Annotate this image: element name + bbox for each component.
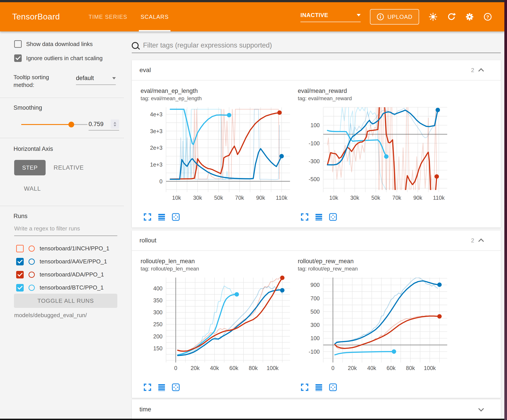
stepper-down-icon[interactable] [113,125,116,126]
chart-tag: tag: eval/mean_ep_length [141,95,295,102]
smoothing-label: Smoothing [14,104,42,111]
fullscreen-icon[interactable] [301,213,309,221]
svg-text:0: 0 [331,365,335,371]
series-line [178,290,282,355]
run-row[interactable]: tensorboard/1INCH/PPO_1 [0,242,124,255]
chart-canvas[interactable]: 10k30k50k70k90k110k01e+32e+33e+34e+3 [137,104,292,210]
run-color-circle[interactable] [28,285,35,291]
tab-time-series[interactable]: TIME SERIES [82,2,134,31]
fit-view-icon[interactable] [329,383,337,391]
svg-text:40k: 40k [367,365,376,371]
series-line [335,352,394,355]
chart-canvas[interactable]: 020k40k60k80k100k-100100300500700900 [295,275,450,380]
upload-button[interactable]: UPLOAD [370,9,419,25]
charts-row: rollout/ep_len_meantag: rollout/ep_len_m… [132,251,501,398]
svg-text:20k: 20k [348,365,357,371]
dropdown-underline [300,22,361,22]
fit-view-icon[interactable] [329,213,337,221]
run-checkbox-checked-icon[interactable] [16,284,24,291]
horizontal-axis-label: Horizontal Axis [14,145,53,152]
section-header-eval[interactable]: eval 2 [132,60,501,81]
fullscreen-icon[interactable] [301,383,309,391]
svg-text:90k: 90k [413,195,422,201]
tag-filter-input[interactable] [143,41,501,49]
svg-text:4e+3: 4e+3 [150,111,162,117]
svg-text:10k: 10k [172,195,181,201]
runs-filter-field [14,225,117,236]
section-header-time[interactable]: time [132,399,501,419]
run-color-circle[interactable] [28,246,35,252]
fullscreen-icon[interactable] [143,383,151,391]
checkbox-unchecked-icon [14,40,22,48]
ignore-outliers-checkbox[interactable]: Ignore outliers in chart scaling [14,55,103,62]
svg-text:300: 300 [153,309,162,315]
svg-text:50k: 50k [371,195,380,201]
series-line [335,316,438,349]
runs-selector-icon[interactable] [158,383,166,391]
info-icon [377,13,384,21]
fullscreen-icon[interactable] [143,213,151,221]
axis-wall-button[interactable]: WALL [24,181,41,196]
chart-toolbar [301,383,452,391]
chart-canvas[interactable]: 10k30k50k70k90k110k100-100-300-500 [295,104,450,210]
status-label: INACTIVE [300,12,328,19]
series-line [178,286,282,356]
tooltip-sorting-dropdown[interactable]: default [76,75,116,85]
app-title: TensorBoard [12,2,60,31]
run-checkbox-checked-icon[interactable] [16,258,24,265]
fit-view-icon[interactable] [172,213,180,221]
run-color-circle[interactable] [28,272,35,278]
header-actions: INACTIVE UPLOAD ? [300,2,492,31]
chart-title: rollout/ep_rew_mean [298,258,452,265]
toggle-all-runs-button[interactable]: TOGGLE ALL RUNS [14,294,117,308]
svg-text:30k: 30k [193,195,202,201]
number-stepper[interactable] [111,119,119,129]
chart-tag: tag: rollout/ep_len_mean [141,266,295,272]
svg-text:110k: 110k [276,195,288,201]
settings-sidebar: Show data download links Ignore outliers… [0,31,124,419]
help-icon[interactable]: ? [483,12,492,21]
svg-text:70k: 70k [235,195,244,201]
section-header-rollout[interactable]: rollout 2 [132,230,501,251]
chart-count-badge: 2 [471,237,474,244]
smoothing-value-input[interactable] [89,121,108,128]
smoothing-value-field [89,119,119,131]
chart-canvas[interactable]: 020k40k60k80k100k150200250300350400 [137,275,292,380]
svg-text:30k: 30k [350,195,359,201]
runs-selector-icon[interactable] [315,383,323,391]
run-color-circle[interactable] [28,259,35,265]
app-header: TensorBoard TIME SERIES SCALARS INACTIVE… [0,2,504,31]
show-download-links-checkbox[interactable]: Show data download links [14,40,93,48]
runs-selector-icon[interactable] [158,213,166,221]
run-row[interactable]: tensorboard/ADA/PPO_1 [0,268,124,281]
runs-selector-icon[interactable] [315,213,323,221]
svg-text:110k: 110k [433,195,445,201]
section-card-eval: eval 2 eval/mean_ep_lengthtag: eval/mean… [132,60,501,227]
divider [0,97,124,98]
settings-icon[interactable] [465,12,474,21]
slider-knob[interactable] [68,122,74,127]
fit-view-icon[interactable] [172,383,180,391]
chart-toolbar [301,213,452,221]
tab-scalars[interactable]: SCALARS [134,2,175,31]
run-checkbox-checked-icon[interactable] [16,271,24,278]
refresh-icon[interactable] [447,12,456,21]
run-row[interactable]: tensorboard/BTC/PPO_1 [0,281,124,294]
run-row[interactable]: tensorboard/AAVE/PPO_1 [0,255,124,268]
smoothing-slider[interactable] [21,122,87,127]
svg-text:10k: 10k [329,195,338,201]
status-dropdown[interactable]: INACTIVE [300,12,361,22]
chart-card: rollout/ep_len_meantag: rollout/ep_len_m… [137,256,295,391]
chart-tag: tag: rollout/ep_rew_mean [298,266,452,272]
run-checkbox-unchecked-icon[interactable] [16,245,24,252]
chevron-up-icon[interactable] [478,68,484,74]
stepper-up-icon[interactable] [113,122,116,124]
chevron-down-icon[interactable] [478,406,484,411]
brightness-icon[interactable] [428,12,438,21]
axis-relative-button[interactable]: RELATIVE [54,160,84,175]
svg-text:100: 100 [310,122,320,128]
runs-filter-input[interactable] [14,225,117,236]
chevron-up-icon[interactable] [478,238,484,244]
svg-text:-100: -100 [309,140,320,146]
axis-step-button[interactable]: STEP [14,160,46,175]
